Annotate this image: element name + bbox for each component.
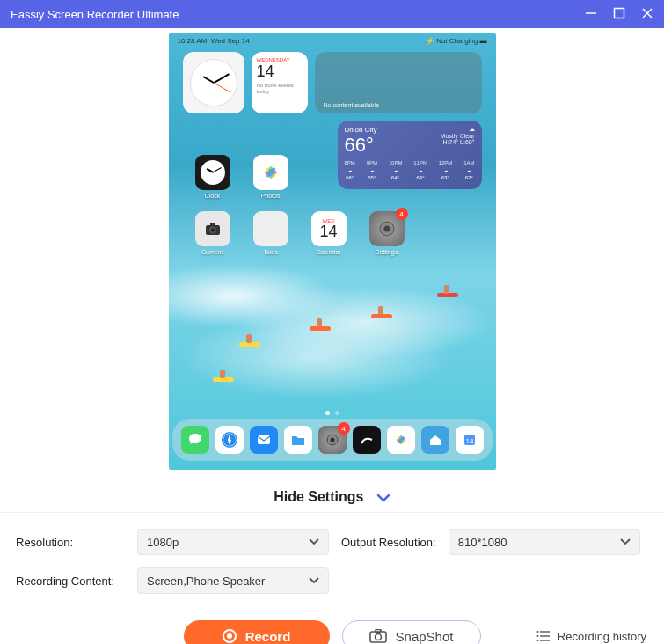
badge: 4 [338,422,350,435]
gear-icon: 4 [369,211,405,246]
device-preview: 10:28 AM Wed Sep 14 ⚡ Not Charging ▬ WED… [0,28,664,479]
chevron-down-icon [309,576,319,585]
app-title: Eassiy Screen Recorder Ultimate [11,8,585,21]
svg-point-29 [375,634,381,640]
recording-history-button[interactable]: Recording history [536,630,646,643]
svg-point-13 [383,226,390,232]
chevron-down-icon [309,538,319,546]
resolution-select[interactable]: 1080p [137,529,329,555]
clock-face-icon [190,59,237,106]
app-clock: Clock [195,155,230,199]
svg-rect-30 [376,630,381,633]
clock-icon [195,155,230,190]
gear-icon: 4 [318,426,347,454]
surfer-icon [371,304,392,318]
status-bar: 10:28 AM Wed Sep 14 ⚡ Not Charging ▬ [169,33,496,48]
toggle-settings-button[interactable]: Hide Settings [0,479,664,512]
app-photos: Photos [253,155,288,199]
settings-panel: Resolution: 1080p Output Resolution: 810… [0,512,664,615]
output-resolution-label: Output Resolution: [341,536,436,549]
list-icon [536,630,551,642]
record-button[interactable]: Record [184,620,330,644]
widgets-row: WEDNESDAY 14 No more events today No con… [169,48,496,117]
recording-content-select[interactable]: Screen,Phone Speaker [137,567,329,594]
camera-icon [369,629,387,643]
wallpaper-waves [169,245,496,417]
titlebar: Eassiy Screen Recorder Ultimate [0,0,664,28]
svg-point-21 [330,438,334,443]
svg-rect-1 [615,8,624,18]
svg-point-36 [536,640,538,641]
safari-icon [215,426,244,454]
folder-icon [253,211,288,246]
calendar-widget: WEDNESDAY 14 No more events today [252,52,308,113]
app-icon: 14 [456,426,484,454]
dock: 4 14 [172,419,493,461]
weather-hours: 8PM☁66° 9PM☁65° 10PM☁64° 11PM☁63° 12PM☁6… [345,160,475,180]
mail-icon [250,426,278,454]
surfer-icon [437,283,458,297]
photos-icon [253,155,288,190]
resolution-label: Resolution: [16,536,128,549]
calendar-icon: WED 14 [311,211,347,246]
home-icon [421,426,449,454]
close-button[interactable] [641,7,653,22]
svg-point-34 [536,631,538,633]
surfer-icon [239,333,260,347]
svg-rect-11 [210,223,215,226]
surfer-icon [213,368,234,382]
svg-text:14: 14 [465,437,473,445]
ipad-screen: 10:28 AM Wed Sep 14 ⚡ Not Charging ▬ WED… [169,33,496,470]
clock-widget [183,52,244,113]
recording-content-label: Recording Content: [16,574,128,588]
files-icon [284,426,312,454]
badge: 4 [396,208,408,220]
weather-widget: Union City 66° ☁ Mostly Clear H:74° L:60… [338,121,482,189]
svg-rect-19 [258,435,270,444]
record-icon [223,629,237,643]
bottom-bar: Record SnapShot Recording history [0,615,664,644]
svg-point-10 [211,229,215,232]
camera-icon [195,211,230,246]
page-indicator [325,411,339,415]
window-controls [585,7,653,22]
messages-icon [181,426,209,454]
empty-widget: No content available [315,52,482,113]
svg-point-35 [536,635,538,637]
output-resolution-select[interactable]: 810*1080 [449,529,640,555]
snapshot-button[interactable]: SnapShot [342,620,481,644]
chevron-down-icon [620,538,631,546]
maximize-button[interactable] [613,7,625,22]
photos-icon [387,426,415,454]
app-icon [353,426,381,454]
chevron-down-icon [376,493,390,503]
surfer-icon [310,317,331,331]
minimize-button[interactable] [585,7,597,22]
